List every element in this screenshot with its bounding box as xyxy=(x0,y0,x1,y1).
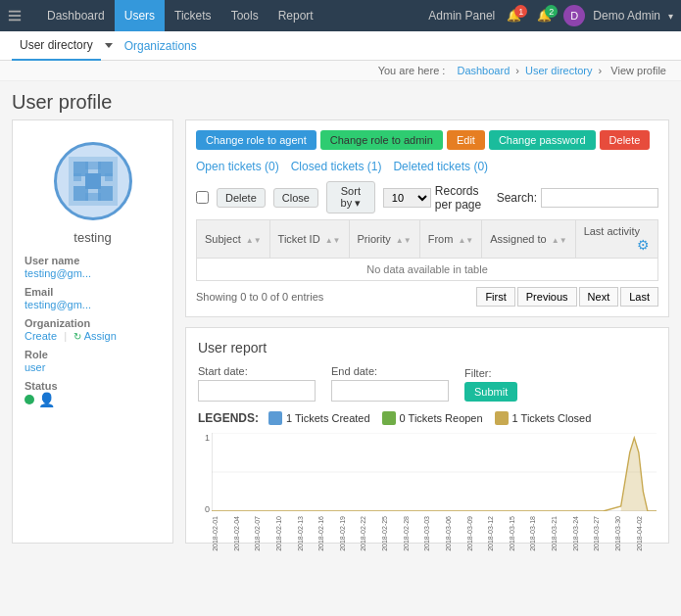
col-subject[interactable]: Subject ▲▼ xyxy=(197,220,270,259)
x-label-15: 2018-03-18 xyxy=(529,516,551,551)
closed-tickets-link[interactable]: Closed tickets (1) xyxy=(291,160,382,173)
x-label-3: 2018-02-10 xyxy=(275,516,297,551)
subject-sort-icon: ▲▼ xyxy=(246,236,262,245)
svg-rect-11 xyxy=(85,162,101,169)
col-ticket-id[interactable]: Ticket ID ▲▼ xyxy=(269,220,349,259)
nav-tickets[interactable]: Tickets xyxy=(165,0,221,31)
org-create-link[interactable]: Create xyxy=(24,330,57,342)
search-input[interactable] xyxy=(541,188,658,208)
records-per-page-select[interactable]: 10 25 50 100 xyxy=(383,188,431,208)
filter-label: Filter: xyxy=(464,367,517,379)
legend-created-color xyxy=(268,411,282,425)
open-tickets-link[interactable]: Open tickets (0) xyxy=(196,160,279,173)
pagination-previous[interactable]: Previous xyxy=(517,287,577,307)
status-field: Status 👤 xyxy=(24,380,161,407)
breadcrumb-dashboard[interactable]: Dashboard xyxy=(457,65,510,76)
ticket-tab-closed: Closed tickets (1) xyxy=(291,160,382,173)
x-labels: 2018-02-01 2018-02-04 2018-02-07 2018-02… xyxy=(212,516,657,551)
y-min-label: 0 xyxy=(205,504,210,514)
user-directory-caret xyxy=(105,43,113,48)
table-header: Subject ▲▼ Ticket ID ▲▼ Priority ▲▼ Fr xyxy=(197,220,658,259)
legend-reopen: 0 Tickets Reopen xyxy=(382,411,483,425)
table-row: No data available in table xyxy=(197,259,658,281)
select-all-checkbox[interactable] xyxy=(196,191,209,204)
pagination: First Previous Next Last xyxy=(476,287,658,307)
subnav-user-directory[interactable]: User directory xyxy=(12,31,101,61)
status-row: 👤 xyxy=(24,392,161,407)
action-buttons: Change role to agent Change role to admi… xyxy=(196,130,658,150)
change-password-button[interactable]: Change password xyxy=(489,130,596,150)
legend-created: 1 Tickets Created xyxy=(268,411,370,425)
start-date-label: Start date: xyxy=(198,365,316,377)
nav-dashboard[interactable]: Dashboard xyxy=(37,0,115,31)
nav-users[interactable]: Users xyxy=(115,0,165,31)
change-role-admin-button[interactable]: Change role to admin xyxy=(320,130,443,150)
records-per-page-label: Records per page xyxy=(435,184,489,212)
breadcrumb-user-directory[interactable]: User directory xyxy=(525,65,592,76)
left-panel: testing User name testing@gm... Email te… xyxy=(12,119,173,544)
tickets-table: Subject ▲▼ Ticket ID ▲▼ Priority ▲▼ Fr xyxy=(196,219,658,281)
svg-rect-9 xyxy=(73,173,81,181)
x-label-1: 2018-02-04 xyxy=(233,516,255,551)
svg-rect-12 xyxy=(85,193,101,201)
start-date-input[interactable] xyxy=(198,380,316,402)
x-label-11: 2018-03-06 xyxy=(445,516,466,551)
delete-button[interactable]: Delete xyxy=(600,130,651,150)
col-last-activity[interactable]: Last activity ⚙ xyxy=(575,220,657,259)
pagination-next[interactable]: Next xyxy=(579,287,619,307)
org-assign-link[interactable]: ↻ Assign xyxy=(73,330,116,342)
you-are-here-label: You are here : xyxy=(378,65,446,76)
legends-title: LEGENDS: xyxy=(198,411,259,425)
admin-panel-link[interactable]: Admin Panel xyxy=(428,9,495,23)
breadcrumb-sep2: › xyxy=(599,65,606,76)
breadcrumb: You are here : Dashboard › User director… xyxy=(0,61,681,81)
svg-rect-0 xyxy=(9,11,21,13)
notifications-icon[interactable]: 🔔1 xyxy=(503,9,525,23)
legends: LEGENDS: 1 Tickets Created 0 Tickets Reo… xyxy=(198,411,657,425)
svg-rect-2 xyxy=(9,20,21,22)
alert-badge: 2 xyxy=(545,5,558,18)
no-data-message: No data available in table xyxy=(197,259,658,281)
user-report-title: User report xyxy=(198,340,657,355)
col-priority[interactable]: Priority ▲▼ xyxy=(349,220,419,259)
page-title: User profile xyxy=(0,81,681,119)
alerts-icon[interactable]: 🔔2 xyxy=(533,9,556,23)
organization-field: Organization Create | ↻ Assign xyxy=(24,317,161,343)
avatar[interactable]: D xyxy=(563,5,585,26)
col-assigned-to[interactable]: Assigned to ▲▼ xyxy=(482,220,575,259)
end-date-input[interactable] xyxy=(331,380,449,402)
submit-button[interactable]: Submit xyxy=(464,382,517,402)
deleted-tickets-link[interactable]: Deleted tickets (0) xyxy=(393,160,488,173)
svg-rect-1 xyxy=(9,15,21,17)
subnav-organizations[interactable]: Organizations xyxy=(117,31,205,61)
breadcrumb-sep1: › xyxy=(515,65,522,76)
user-dropdown-arrow[interactable]: ▾ xyxy=(668,11,673,22)
sort-by-button[interactable]: Sort by ▾ xyxy=(326,181,375,213)
x-label-7: 2018-02-22 xyxy=(360,516,381,551)
legend-reopen-color xyxy=(382,411,396,425)
col-from[interactable]: From ▲▼ xyxy=(419,220,482,259)
bulk-delete-button[interactable]: Delete xyxy=(217,188,266,208)
ticketid-sort-icon: ▲▼ xyxy=(325,236,341,245)
edit-button[interactable]: Edit xyxy=(447,130,485,150)
status-dot xyxy=(24,395,34,404)
nav-tools[interactable]: Tools xyxy=(221,0,268,31)
x-label-2: 2018-02-07 xyxy=(254,516,275,551)
pagination-last[interactable]: Last xyxy=(620,287,658,307)
assigned-sort-icon: ▲▼ xyxy=(552,236,567,245)
chart-svg-wrapper xyxy=(212,433,657,514)
x-label-18: 2018-03-27 xyxy=(593,516,614,551)
x-label-14: 2018-03-15 xyxy=(509,516,530,551)
change-role-agent-button[interactable]: Change role to agent xyxy=(196,130,316,150)
user-avatar-img xyxy=(54,142,132,220)
start-date-group: Start date: xyxy=(198,365,316,402)
last-activity-settings-icon[interactable]: ⚙ xyxy=(637,237,650,253)
nav-report[interactable]: Report xyxy=(268,0,323,31)
filter-group: Filter: Submit xyxy=(464,367,517,402)
chart-with-y-axis: 1 0 xyxy=(198,433,657,514)
username-field: User name testing@gm... xyxy=(24,255,161,280)
pagination-first[interactable]: First xyxy=(476,287,514,307)
user-name[interactable]: Demo Admin xyxy=(593,9,660,23)
bulk-close-button[interactable]: Close xyxy=(273,188,318,208)
priority-sort-icon: ▲▼ xyxy=(396,236,412,245)
